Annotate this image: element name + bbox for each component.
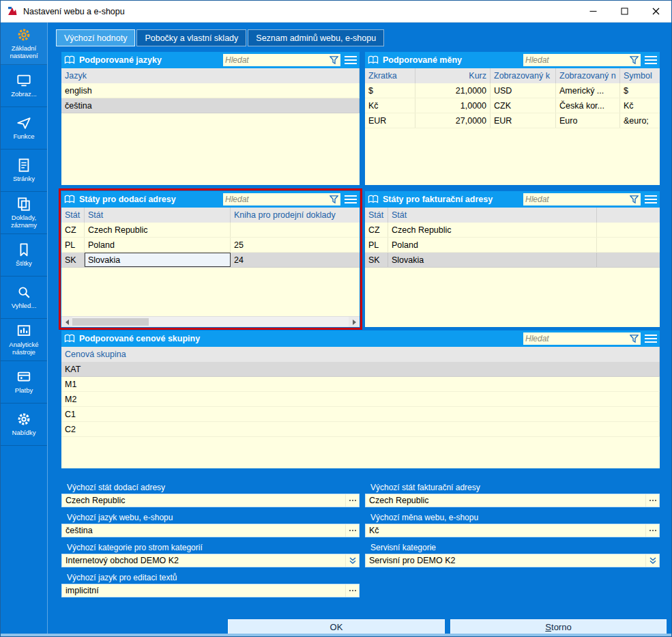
- column-header[interactable]: Stát: [85, 208, 231, 223]
- field-default-language[interactable]: čeština: [61, 524, 360, 537]
- ok-button[interactable]: OK: [228, 619, 445, 634]
- table-row[interactable]: čeština: [61, 98, 360, 113]
- column-header[interactable]: Zobrazovaný n: [556, 68, 620, 83]
- dropdown-icon[interactable]: [645, 554, 659, 567]
- search-box: [523, 193, 641, 206]
- field-service-category[interactable]: Servisní pro DEMO K2: [365, 554, 660, 567]
- grid-cell-editing[interactable]: Slovakia: [85, 253, 231, 267]
- sidebar-item-platby[interactable]: Platby: [1, 361, 47, 404]
- ellipsis-button[interactable]: [345, 494, 359, 507]
- search-input[interactable]: [525, 195, 630, 204]
- filter-icon[interactable]: [330, 195, 338, 203]
- sidebar-item-vyhledavani[interactable]: Vyhled...: [1, 277, 47, 319]
- table-row[interactable]: $ 21,0000 USD Americký ... $: [365, 83, 660, 98]
- table-row[interactable]: EUR 27,0000 EUR Euro &euro;: [365, 113, 660, 128]
- sidebar-item-funkce[interactable]: Funkce: [1, 107, 47, 150]
- table-row[interactable]: C2: [61, 422, 660, 437]
- table-row[interactable]: KAT: [61, 362, 660, 377]
- ellipsis-button[interactable]: [345, 584, 359, 597]
- sidebar-item-doklady-zaznamy[interactable]: Doklady, záznamy: [1, 192, 47, 234]
- grid-cell: PL: [61, 238, 85, 252]
- grid-cell: $: [620, 83, 660, 98]
- column-header[interactable]: Stát: [365, 208, 388, 223]
- table-row[interactable]: CZ Czech Republic: [365, 223, 660, 238]
- scrollbar-thumb[interactable]: [72, 318, 149, 326]
- column-header[interactable]: Zobrazovaný k: [491, 68, 556, 83]
- tab-vychozi-hodnoty[interactable]: Výchozí hodnoty: [56, 29, 135, 46]
- column-header[interactable]: Stát: [388, 208, 597, 223]
- search-input[interactable]: [225, 195, 330, 204]
- sidebar-item-label: Štítky: [16, 260, 32, 268]
- ellipsis-button[interactable]: [345, 524, 359, 537]
- field-default-shipping-state[interactable]: Czech Republic: [61, 494, 360, 507]
- book-icon: [64, 334, 75, 343]
- maximize-button[interactable]: [609, 1, 640, 23]
- table-row[interactable]: C1: [61, 407, 660, 422]
- grid-cell: Czech Republic: [388, 223, 597, 237]
- sidebar-item-stitky[interactable]: Štítky: [1, 234, 47, 277]
- minimize-button[interactable]: [577, 1, 609, 23]
- tab-seznam-adminu[interactable]: Seznam adminů webu, e-shopu: [248, 29, 384, 46]
- grid-cell: [231, 223, 360, 237]
- table-row[interactable]: M1: [61, 377, 660, 392]
- table-row[interactable]: PL Poland 25: [61, 238, 360, 253]
- menu-icon[interactable]: [345, 56, 357, 64]
- dropdown-icon[interactable]: [345, 554, 359, 567]
- ellipsis-button[interactable]: [645, 494, 659, 507]
- grid-cell: SK: [61, 253, 85, 267]
- sidebar-item-analyticke-nastroje[interactable]: Analytické nástroje: [1, 319, 47, 361]
- sidebar-item-zobrazeni[interactable]: Zobraz...: [1, 65, 47, 107]
- table-row[interactable]: english: [61, 83, 360, 98]
- table-row[interactable]: M2: [61, 392, 660, 407]
- sidebar-item-stranky[interactable]: Stránky: [1, 150, 47, 192]
- menu-icon[interactable]: [645, 56, 657, 64]
- close-button[interactable]: [640, 1, 671, 23]
- panel-billing-states-header: Státy pro fakturační adresy: [365, 191, 660, 208]
- filter-icon[interactable]: [630, 56, 639, 64]
- column-header[interactable]: Cenová skupina: [61, 347, 660, 362]
- sidebar-item-label: Vyhled...: [12, 302, 37, 310]
- scroll-left-arrow[interactable]: [61, 317, 72, 327]
- table-row[interactable]: SK Slovakia 24: [61, 253, 360, 268]
- table-row[interactable]: SK Slovakia: [365, 253, 660, 268]
- column-header[interactable]: Symbol: [620, 68, 660, 83]
- grid-cell: EUR: [365, 113, 415, 128]
- sidebar-item-zakladni-nastaveni[interactable]: Základní nastavení: [1, 23, 47, 65]
- filter-icon[interactable]: [630, 195, 639, 203]
- menu-icon[interactable]: [645, 335, 657, 343]
- filter-icon[interactable]: [330, 56, 338, 64]
- table-row[interactable]: CZ Czech Republic: [61, 223, 360, 238]
- panel-currencies-body: Zkratka Kurz Zobrazovaný k Zobrazovaný n…: [365, 68, 660, 185]
- tab-pobocky-a-vlastni-sklady[interactable]: Pobočky a vlastní sklady: [136, 29, 246, 46]
- storno-button[interactable]: Storno: [450, 619, 667, 634]
- column-header[interactable]: Kurz: [415, 68, 491, 83]
- ellipsis-button[interactable]: [645, 524, 659, 537]
- filter-icon[interactable]: [630, 335, 639, 343]
- grid-cell: 25: [231, 238, 360, 252]
- grid-cell: C2: [61, 422, 660, 436]
- menu-icon[interactable]: [345, 195, 357, 203]
- scrollbar-track[interactable]: [149, 317, 349, 327]
- column-header[interactable]: Stát: [61, 208, 85, 223]
- grid-cell: CZ: [365, 223, 388, 237]
- search-box: [223, 54, 340, 66]
- search-input[interactable]: [525, 334, 630, 343]
- search-input[interactable]: [225, 55, 330, 65]
- table-row[interactable]: Kč 1,0000 CZK Česká kor... Kč: [365, 98, 660, 113]
- scroll-right-arrow[interactable]: [349, 317, 360, 327]
- grid-header: Zkratka Kurz Zobrazovaný k Zobrazovaný n…: [365, 68, 660, 83]
- field-default-category-tree[interactable]: Internetový obchod DEMO K2: [61, 554, 360, 567]
- field-default-currency[interactable]: Kč: [365, 524, 660, 537]
- field-default-billing-state[interactable]: Czech Republic: [365, 494, 660, 507]
- search-input[interactable]: [525, 55, 630, 65]
- field-label-default-shipping-state: Výchozí stát dodací adresy: [67, 483, 165, 492]
- sidebar-item-nabidky[interactable]: Nabídky: [1, 404, 47, 446]
- column-header[interactable]: Jazyk: [61, 68, 360, 83]
- table-row[interactable]: PL Poland: [365, 238, 660, 253]
- column-header[interactable]: Zkratka: [365, 68, 415, 83]
- grid-cell: PL: [365, 238, 388, 252]
- field-default-text-edit-language[interactable]: implicitní: [61, 584, 360, 597]
- column-header[interactable]: Kniha pro prodejní doklady: [231, 208, 360, 223]
- menu-icon[interactable]: [645, 195, 657, 203]
- functions-icon: [16, 115, 31, 130]
